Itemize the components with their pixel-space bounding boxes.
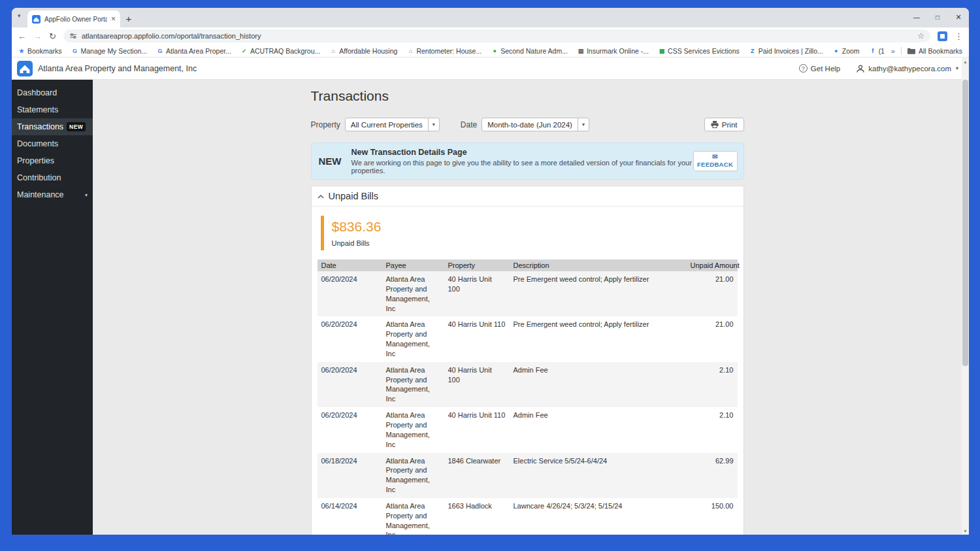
property-filter-label: Property — [311, 120, 340, 129]
bookmark-label: Insurmark Online -... — [587, 47, 649, 55]
scroll-up-icon[interactable]: ▲ — [962, 58, 969, 65]
bookmark-label: Zoom — [842, 47, 860, 55]
cell-payee: Atlanta Area Property and Management, In… — [382, 498, 444, 535]
sidebar-item-dashboard[interactable]: Dashboard — [12, 84, 93, 101]
bookmarks-list: ★BookmarksGManage My Section...GAtlanta … — [18, 47, 885, 55]
cell-date: 06/20/2024 — [318, 362, 382, 407]
bookmark-item[interactable]: GAtlanta Area Proper... — [157, 47, 231, 55]
sidebar-item-documents[interactable]: Documents — [12, 135, 93, 152]
sidebar-item-statements[interactable]: Statements — [12, 101, 93, 118]
bookmark-label: ACUTRAQ Backgrou... — [250, 47, 320, 55]
bookmark-item[interactable]: ⌂Affordable Housing — [330, 47, 397, 55]
transactions-page: Transactions Property All Current Proper… — [311, 80, 744, 535]
chevron-down-icon: ▾ — [85, 192, 88, 198]
scrollbar-thumb[interactable] — [962, 80, 968, 366]
bookmark-item[interactable]: GManage My Section... — [72, 47, 148, 55]
all-bookmarks-button[interactable]: All Bookmarks — [907, 47, 962, 55]
bookmark-item[interactable]: ✓ACUTRAQ Backgrou... — [241, 47, 320, 55]
table-header-row: Date Payee Property Description Unpaid A… — [318, 259, 738, 271]
sidebar-item-contribution[interactable]: Contribution — [12, 169, 93, 186]
bookmark-item[interactable]: ZPaid Invoices | Zillo... — [749, 47, 823, 55]
chevron-down-icon: ▾ — [956, 65, 958, 71]
refresh-icon[interactable]: ↻ — [49, 31, 56, 41]
address-bar[interactable]: atlantaareaprop.appfolio.com/oportal/tra… — [63, 29, 930, 42]
cell-description: Admin Fee — [510, 362, 687, 407]
feedback-label: FEEDBACK — [697, 161, 733, 168]
page-title: Transactions — [311, 88, 744, 104]
unpaid-bills-section-header[interactable]: Unpaid Bills — [312, 186, 743, 207]
table-row: 06/20/2024Atlanta Area Property and Mana… — [318, 271, 738, 316]
tab-close-icon[interactable]: × — [111, 14, 116, 24]
table-row: 06/14/2024Atlanta Area Property and Mana… — [318, 498, 738, 535]
date-select-value: Month-to-date (Jun 2024) — [482, 121, 578, 129]
page-scrollbar[interactable]: ▲ ▼ — [962, 58, 969, 535]
cell-amount: 21.00 — [687, 316, 738, 361]
user-menu[interactable]: kathy@kathypecora.com ▾ — [856, 64, 958, 73]
table-row: 06/20/2024Atlanta Area Property and Mana… — [318, 407, 738, 452]
get-help-button[interactable]: ? Get Help — [799, 64, 840, 73]
cell-payee: Atlanta Area Property and Management, In… — [382, 271, 444, 316]
back-icon[interactable]: ← — [18, 31, 26, 41]
column-header-payee: Payee — [382, 259, 444, 271]
bookmark-favicon-icon: ⌂ — [330, 48, 336, 54]
bookmark-item[interactable]: ⌂Rentometer: House... — [407, 47, 482, 55]
browser-tab[interactable]: AppFolio Owner Portal | Trans... × — [27, 10, 120, 27]
bookmarks-right: » All Bookmarks — [891, 47, 962, 55]
bookmark-item[interactable]: ▦CSS Services Evictions — [659, 47, 740, 55]
get-help-label: Get Help — [811, 65, 840, 73]
date-filter-group: Date Month-to-date (Jun 2024) ▾ — [461, 118, 589, 131]
print-button[interactable]: Print — [704, 118, 744, 131]
tab-bar: ▾ AppFolio Owner Portal | Trans... × + —… — [12, 8, 969, 27]
bookmark-favicon-icon: ✓ — [241, 48, 248, 54]
unpaid-bills-table: Date Payee Property Description Unpaid A… — [318, 259, 738, 535]
sidebar-item-label: Transactions — [17, 122, 63, 131]
cell-property: 40 Harris Unit 110 — [444, 316, 510, 361]
sidebar-item-maintenance[interactable]: Maintenance ▾ — [12, 186, 93, 203]
chevron-down-icon: ▾ — [578, 118, 589, 131]
tab-list-caret-icon[interactable]: ▾ — [18, 12, 21, 19]
cell-payee: Atlanta Area Property and Management, In… — [382, 316, 444, 361]
window-controls: — □ × — [906, 8, 969, 26]
url-text: atlantaareaprop.appfolio.com/oportal/tra… — [82, 32, 913, 40]
browser-toolbar: ← → ↻ atlantaareaprop.appfolio.com/oport… — [12, 27, 969, 44]
appfolio-logo-icon — [17, 61, 33, 76]
window-maximize-button[interactable]: □ — [927, 8, 948, 26]
bookmark-star-icon[interactable]: ☆ — [917, 31, 924, 41]
bookmark-label: Manage My Section... — [81, 47, 148, 55]
bookmark-item[interactable]: ▤Insurmark Online -... — [578, 47, 649, 55]
cell-payee: Atlanta Area Property and Management, In… — [382, 453, 444, 498]
window-close-button[interactable]: × — [948, 8, 969, 26]
bookmark-favicon-icon: ▦ — [659, 48, 665, 54]
window-minimize-button[interactable]: — — [906, 8, 927, 26]
feedback-button[interactable]: ✉ FEEDBACK — [693, 151, 738, 171]
column-header-date: Date — [318, 259, 382, 271]
bookmark-favicon-icon: ▤ — [578, 48, 584, 54]
sidebar-item-label: Properties — [17, 156, 54, 165]
site-settings-icon[interactable] — [69, 32, 77, 40]
browser-menu-icon[interactable]: ⋮ — [955, 31, 963, 41]
sidebar-item-transactions[interactable]: Transactions NEW — [12, 118, 93, 135]
forward-icon[interactable]: → — [33, 31, 42, 41]
app-body: Dashboard Statements Transactions NEW Do… — [12, 80, 969, 535]
bookmarks-overflow-icon[interactable]: » — [891, 47, 895, 55]
bookmark-favicon-icon: f — [870, 48, 876, 54]
scroll-down-icon[interactable]: ▼ — [962, 527, 969, 535]
cell-property: 1846 Clearwater — [444, 453, 510, 498]
column-header-property: Property — [444, 259, 510, 271]
table-row: 06/18/2024Atlanta Area Property and Mana… — [318, 453, 738, 498]
table-row: 06/20/2024Atlanta Area Property and Mana… — [318, 362, 738, 407]
bookmark-item[interactable]: f(1) Facebook — [870, 47, 885, 55]
bookmark-item[interactable]: ★Bookmarks — [18, 47, 62, 55]
sidebar-item-label: Statements — [17, 105, 58, 114]
cell-amount: 21.00 — [687, 271, 738, 316]
sidebar-item-properties[interactable]: Properties — [12, 152, 93, 169]
date-select[interactable]: Month-to-date (Jun 2024) ▾ — [482, 118, 589, 131]
property-select[interactable]: All Current Properties ▾ — [345, 118, 440, 131]
cell-amount: 62.99 — [687, 453, 738, 498]
bookmark-item[interactable]: ●Zoom — [833, 47, 860, 55]
browser-extension-icon[interactable] — [938, 31, 947, 41]
new-tab-button[interactable]: + — [120, 10, 137, 26]
bookmark-label: Paid Invoices | Zillo... — [759, 47, 823, 55]
bookmark-item[interactable]: ●Second Nature Adm... — [491, 47, 568, 55]
bookmark-label: CSS Services Evictions — [668, 47, 740, 55]
